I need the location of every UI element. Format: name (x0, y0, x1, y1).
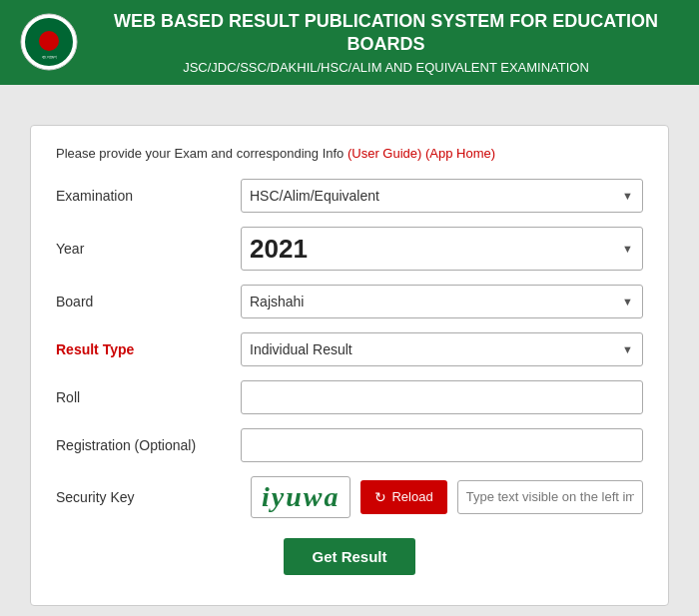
examination-select-wrapper: HSC/Alim/Equivalent SSC/Dakhil/Equivalen… (241, 179, 643, 213)
registration-row: Registration (Optional) (56, 428, 643, 462)
examination-row: Examination HSC/Alim/Equivalent SSC/Dakh… (56, 179, 643, 213)
examination-label: Examination (56, 188, 241, 204)
roll-label: Roll (56, 389, 241, 405)
header-text-block: WEB BASED RESULT PUBLICATION SYSTEM FOR … (93, 10, 679, 75)
year-label: Year (56, 241, 241, 257)
captcha-input[interactable] (457, 480, 643, 514)
reload-label: Reload (391, 489, 432, 504)
get-result-row: Get Result (56, 538, 643, 575)
reload-icon: ↻ (374, 489, 386, 505)
svg-text:বাংলাদেশ: বাংলাদেশ (42, 55, 57, 60)
app-home-link[interactable]: (App Home) (425, 146, 495, 161)
roll-input[interactable] (241, 380, 643, 414)
form-card: Please provide your Exam and correspondi… (30, 125, 669, 606)
captcha-image: iyuwa (251, 476, 350, 518)
reload-button[interactable]: ↻ Reload (360, 480, 446, 514)
result-type-select-wrapper: Individual Result Institution Result (241, 332, 643, 366)
header-title: WEB BASED RESULT PUBLICATION SYSTEM FOR … (93, 10, 679, 57)
info-text: Please provide your Exam and correspondi… (56, 146, 643, 161)
get-result-button[interactable]: Get Result (284, 538, 414, 575)
board-select[interactable]: Rajshahi Dhaka Chittagong Sylhet Comilla… (241, 285, 643, 318)
main-content: Please provide your Exam and correspondi… (0, 85, 699, 616)
result-type-row: Result Type Individual Result Institutio… (56, 332, 643, 366)
user-guide-link[interactable]: (User Guide) (348, 146, 421, 161)
header-subtitle: JSC/JDC/SSC/DAKHIL/HSC/ALIM AND EQUIVALE… (93, 60, 679, 75)
board-label: Board (56, 294, 241, 309)
registration-label: Registration (Optional) (56, 437, 241, 453)
logo: বাংলাদেশ (20, 13, 78, 71)
info-static-text: Please provide your Exam and correspondi… (56, 146, 344, 161)
registration-input[interactable] (241, 428, 643, 462)
result-type-select[interactable]: Individual Result Institution Result (241, 332, 643, 366)
examination-select[interactable]: HSC/Alim/Equivalent SSC/Dakhil/Equivalen… (241, 179, 643, 213)
result-type-label: Result Type (56, 341, 241, 357)
svg-point-2 (39, 31, 59, 51)
roll-row: Roll (56, 380, 643, 414)
page-header: বাংলাদেশ WEB BASED RESULT PUBLICATION SY… (0, 0, 699, 85)
board-row: Board Rajshahi Dhaka Chittagong Sylhet C… (56, 285, 643, 318)
board-select-wrapper: Rajshahi Dhaka Chittagong Sylhet Comilla… (241, 285, 643, 318)
year-row: Year 2021 2020 2019 2018 (56, 227, 643, 271)
year-select-wrapper: 2021 2020 2019 2018 (241, 227, 643, 271)
security-key-row: Security Key iyuwa ↻ Reload (56, 476, 643, 518)
year-select[interactable]: 2021 2020 2019 2018 (241, 227, 643, 271)
security-key-label: Security Key (56, 489, 241, 505)
